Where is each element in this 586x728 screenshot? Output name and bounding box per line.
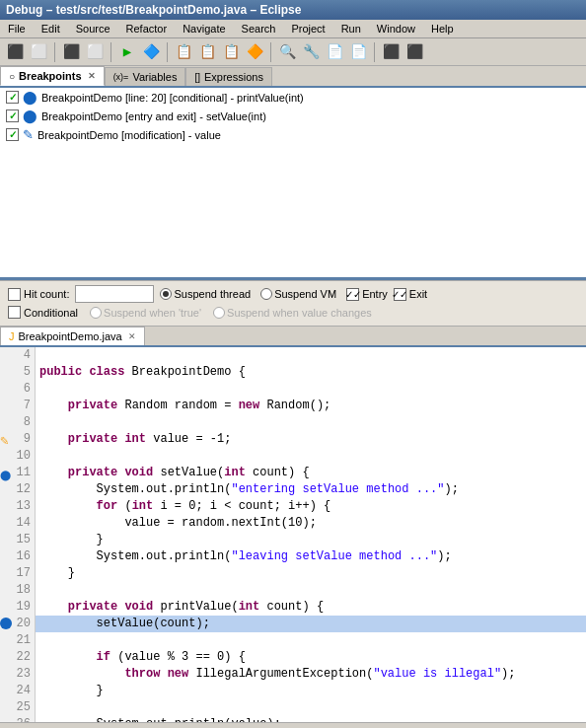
expressions-tab-icon: [] bbox=[194, 72, 200, 83]
radio-suspend-thread[interactable]: Suspend thread bbox=[160, 288, 251, 300]
toolbar-btn-12[interactable]: 🔧 bbox=[300, 41, 322, 63]
code-line-16: System.out.println("leaving setValue met… bbox=[36, 548, 586, 565]
breakpoint-item-3[interactable]: ✓ ✎ BreakpointDemo [modification] - valu… bbox=[0, 125, 586, 144]
code-line-14: value = random.nextInt(10); bbox=[36, 515, 586, 532]
breakpoints-tab-close[interactable]: ✕ bbox=[88, 71, 96, 81]
bp-checkbox-3[interactable]: ✓ bbox=[6, 128, 19, 141]
code-line-22: if (value % 3 == 0) { bbox=[36, 649, 586, 666]
menu-search[interactable]: Search bbox=[238, 22, 280, 36]
variables-tab-icon: (x)= bbox=[113, 72, 129, 82]
menu-source[interactable]: Source bbox=[72, 22, 114, 36]
radio-suspend-vm[interactable]: Suspend VM bbox=[260, 288, 336, 300]
menu-help[interactable]: Help bbox=[427, 22, 458, 36]
menu-navigate[interactable]: Navigate bbox=[179, 22, 229, 36]
views-tab-bar: ○ Breakpoints ✕ (x)= Variables [] Expres… bbox=[0, 66, 586, 88]
hit-count-input[interactable] bbox=[75, 285, 154, 303]
toolbar-sep-4 bbox=[270, 42, 271, 62]
title-text: Debug – test/src/test/BreakpointDemo.jav… bbox=[6, 3, 301, 17]
radio-suspend-when-changes[interactable]: Suspend when value changes bbox=[213, 307, 372, 319]
toolbar-sep-3 bbox=[167, 42, 168, 62]
code-line-18 bbox=[36, 582, 586, 599]
toolbar-btn-1[interactable]: ⬛ bbox=[4, 41, 26, 63]
menu-project[interactable]: Project bbox=[287, 22, 329, 36]
toolbar-btn-13[interactable]: 📄 bbox=[324, 41, 345, 63]
exit-checkbox[interactable]: ✓ Exit bbox=[394, 288, 427, 301]
conditional-checkbox[interactable]: Conditional bbox=[8, 306, 78, 319]
bp-checkbox-1[interactable]: ✓ bbox=[6, 91, 19, 104]
toolbar-btn-9[interactable]: 📋 bbox=[220, 41, 242, 63]
breakpoint-item-1[interactable]: ✓ ⬤ BreakpointDemo [line: 20] [condition… bbox=[0, 88, 586, 107]
code-line-11: private void setValue(int count) { bbox=[36, 465, 586, 481]
code-line-13: for (int i = 0; i < count; i++) { bbox=[36, 498, 586, 515]
radio-true-circle[interactable] bbox=[90, 307, 102, 319]
toolbar-sep-2 bbox=[110, 42, 111, 62]
bp-icon-1: ⬤ bbox=[23, 90, 37, 105]
line-14: 14 bbox=[0, 515, 35, 532]
tab-expressions[interactable]: [] Expressions bbox=[185, 67, 271, 86]
code-editor: 4 5 6 7 8 ✎9 10 ⬤11 12 13 14 15 16 17 18… bbox=[0, 347, 586, 722]
line-numbers: 4 5 6 7 8 ✎9 10 ⬤11 12 13 14 15 16 17 18… bbox=[0, 347, 36, 722]
toolbar-sep-1 bbox=[54, 42, 55, 62]
bp-text-2: BreakpointDemo [entry and exit] - setVal… bbox=[41, 110, 266, 122]
line-15: 15 bbox=[0, 532, 35, 548]
line-11: ⬤11 bbox=[0, 465, 35, 481]
line-6: 6 bbox=[0, 381, 35, 398]
radio-changes-circle[interactable] bbox=[213, 307, 225, 319]
toolbar-btn-11[interactable]: 🔍 bbox=[276, 41, 298, 63]
code-line-6 bbox=[36, 381, 586, 398]
tab-breakpoints[interactable]: ○ Breakpoints ✕ bbox=[0, 66, 105, 86]
conditional-cb-box[interactable] bbox=[8, 306, 21, 319]
menu-refactor[interactable]: Refactor bbox=[122, 22, 172, 36]
code-line-12: System.out.println("entering setValue me… bbox=[36, 481, 586, 498]
toolbar-btn-15[interactable]: ⬛ bbox=[380, 41, 402, 63]
code-line-5: public class BreakpointDemo { bbox=[36, 364, 586, 381]
toolbar-btn-14[interactable]: 📄 bbox=[347, 41, 369, 63]
code-line-24: } bbox=[36, 683, 586, 699]
bp-checkbox-2[interactable]: ✓ bbox=[6, 109, 19, 122]
toolbar-btn-6[interactable]: 🔷 bbox=[140, 41, 162, 63]
toolbar-btn-8[interactable]: 📋 bbox=[196, 41, 218, 63]
hit-count-cb-box[interactable] bbox=[8, 288, 21, 301]
menu-edit[interactable]: Edit bbox=[37, 22, 64, 36]
java-file-icon: J bbox=[9, 330, 15, 342]
radio-suspend-thread-label: Suspend thread bbox=[174, 288, 251, 300]
line-4: 4 bbox=[0, 347, 35, 364]
code-line-9: private int value = -1; bbox=[36, 431, 586, 448]
line-23: 23 bbox=[0, 666, 35, 683]
menu-run[interactable]: Run bbox=[337, 22, 365, 36]
editor-tab-label: BreakpointDemo.java bbox=[19, 330, 122, 342]
breakpoint-controls: Hit count: Suspend thread Suspend VM ✓ E… bbox=[0, 280, 586, 327]
conditional-bp-dot bbox=[0, 618, 12, 629]
toolbar-btn-7[interactable]: 📋 bbox=[173, 41, 194, 63]
variables-tab-label: Variables bbox=[132, 71, 177, 83]
code-line-4 bbox=[36, 347, 586, 364]
toolbar-btn-2[interactable]: ⬜ bbox=[28, 41, 49, 63]
code-text-area[interactable]: public class BreakpointDemo { private Ra… bbox=[36, 347, 586, 722]
code-line-10 bbox=[36, 448, 586, 465]
line-19: 19 bbox=[0, 599, 35, 616]
toolbar-btn-10[interactable]: 🔶 bbox=[244, 41, 265, 63]
hit-count-checkbox[interactable]: Hit count: bbox=[8, 288, 69, 301]
entry-cb-box[interactable]: ✓ bbox=[346, 288, 359, 301]
code-line-17: } bbox=[36, 565, 586, 582]
toolbar-btn-4[interactable]: ⬜ bbox=[84, 41, 106, 63]
radio-suspend-when-true[interactable]: Suspend when 'true' bbox=[90, 307, 201, 319]
toolbar-btn-16[interactable]: ⬛ bbox=[403, 41, 425, 63]
line-25: 25 bbox=[0, 699, 35, 716]
breakpoint-item-2[interactable]: ✓ ⬤ BreakpointDemo [entry and exit] - se… bbox=[0, 107, 586, 125]
radio-suspend-thread-circle[interactable] bbox=[160, 288, 172, 300]
exit-cb-box[interactable]: ✓ bbox=[394, 288, 406, 301]
editor-tab-breakpointdemo[interactable]: J BreakpointDemo.java ✕ bbox=[0, 327, 145, 345]
code-line-7: private Random random = new Random(); bbox=[36, 398, 586, 414]
menu-bar: File Edit Source Refactor Navigate Searc… bbox=[0, 20, 586, 38]
menu-file[interactable]: File bbox=[4, 22, 30, 36]
entry-checkbox[interactable]: ✓ Entry bbox=[346, 288, 388, 301]
editor-tab-close[interactable]: ✕ bbox=[128, 331, 136, 341]
radio-suspend-vm-circle[interactable] bbox=[260, 288, 272, 300]
menu-window[interactable]: Window bbox=[373, 22, 419, 36]
exit-label: Exit bbox=[409, 288, 427, 300]
tab-variables[interactable]: (x)= Variables bbox=[105, 67, 186, 86]
resume-button[interactable]: ▶ bbox=[116, 41, 138, 63]
code-line-19: private void printValue(int count) { bbox=[36, 599, 586, 616]
toolbar-btn-3[interactable]: ⬛ bbox=[60, 41, 82, 63]
